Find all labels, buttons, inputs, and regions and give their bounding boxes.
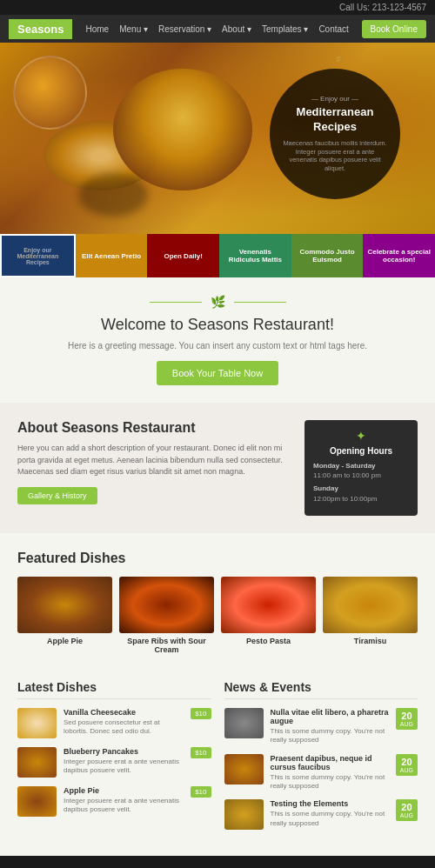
pancakes-thumb	[17, 747, 57, 778]
featured-title: Featured Dishes	[17, 551, 418, 566]
about-description: Here you can add a short description of …	[17, 443, 291, 478]
carousel-item-6[interactable]: Celebrate a special occasion!	[363, 234, 435, 277]
news-desc-3: This is some dummy copy. You're not real…	[271, 810, 389, 828]
opening-hours-card: ✦ Opening Hours Monday - Saturday 11:00 …	[304, 420, 418, 516]
latest-dishes-col: Latest Dishes Vanilla Cheesecake Sed pos…	[17, 680, 211, 839]
apple-price: $10	[191, 786, 211, 798]
dish-spare-ribs-name: Spare Ribs with Sour Cream	[119, 637, 214, 654]
nav-reservation[interactable]: Reservation ▾	[154, 23, 216, 36]
welcome-divider: 🌿	[26, 295, 409, 309]
nav-about[interactable]: About ▾	[218, 23, 256, 36]
hero-shadow	[78, 173, 148, 217]
carousel-item-1[interactable]: Enjoy our Mediterranean Recipes	[0, 234, 76, 277]
news-title: News & Events	[224, 680, 418, 699]
about-text: About Seasons Restaurant Here you can ad…	[17, 420, 291, 516]
cheesecake-desc: Sed posuere consectetur est at lobortis.…	[64, 718, 184, 737]
hero-title: Mediterranean Recipes	[283, 105, 387, 135]
latest-item-2: Blueberry Pancakes Integer posuere erat …	[17, 747, 211, 778]
hero-section: ⸗ — Enjoy our — Mediterranean Recipes Ma…	[0, 43, 435, 234]
featured-section: Featured Dishes Apple Pie Spare Ribs wit…	[0, 533, 435, 671]
nav-home[interactable]: Home	[81, 23, 113, 36]
news-date-2: 20 AUG	[396, 754, 418, 776]
dish-pesto-pasta-name: Pesto Pasta	[221, 637, 316, 645]
book-table-button[interactable]: Book Your Table Now	[157, 361, 278, 385]
carousel-item-3[interactable]: Open Daily!	[147, 234, 219, 277]
nav-menu[interactable]: Menu ▾	[115, 23, 152, 36]
phone-number: 213-123-4567	[372, 3, 426, 12]
card-leaf-icon: ✦	[313, 429, 409, 443]
dish-tiramisu-image	[323, 577, 418, 633]
pancakes-desc: Integer posuere erat a ante venenatis da…	[64, 758, 184, 776]
footer: About us Fusce dapibus, tellus ac cursus…	[0, 856, 435, 868]
nav-logo[interactable]: Seasons	[9, 19, 72, 39]
hero-description: Maecenas faucibus mollis interdum. Integ…	[283, 139, 387, 173]
hero-food-circle	[13, 56, 87, 130]
about-section: About Seasons Restaurant Here you can ad…	[0, 403, 435, 533]
pancakes-price: $10	[191, 747, 211, 758]
news-title-1: Nulla vitae elit libero, a pharetra augu…	[271, 708, 389, 725]
opening-hours-title: Opening Hours	[313, 446, 409, 456]
leaf-icon-left: 🌿	[211, 295, 225, 309]
news-thumb-3	[224, 799, 264, 830]
carousel-item-4[interactable]: Venenatis Ridiculus Mattis	[219, 234, 291, 277]
dish-pesto-pasta-image	[221, 577, 316, 633]
divider-line-left	[150, 302, 202, 303]
welcome-section: 🌿 Welcome to Seasons Restaurant! Here is…	[0, 277, 435, 403]
pancakes-info: Blueberry Pancakes Integer posuere erat …	[64, 747, 184, 776]
call-label: Call Us:	[339, 3, 370, 12]
divider-line-right	[234, 302, 286, 303]
pancakes-name: Blueberry Pancakes	[64, 747, 184, 756]
utensil-decoration: ⸗	[336, 50, 341, 68]
nav-contact[interactable]: Contact	[314, 23, 352, 36]
news-thumb-1	[224, 708, 264, 738]
dish-tiramisu[interactable]: Tiramisu	[323, 577, 418, 654]
book-online-button[interactable]: Book Online	[362, 20, 426, 38]
news-date-3: 20 AUG	[396, 799, 418, 821]
cheesecake-name: Vanilla Cheesecake	[64, 708, 184, 717]
about-title: About Seasons Restaurant	[17, 420, 291, 436]
apple-info: Apple Pie Integer posuere erat a ante ve…	[64, 786, 184, 815]
hero-overlay-circle: — Enjoy our — Mediterranean Recipes Maec…	[270, 69, 400, 199]
apple-desc: Integer posuere erat a ante venenatis da…	[64, 797, 184, 815]
dish-apple-pie-name: Apple Pie	[17, 637, 112, 645]
latest-item-1: Vanilla Cheesecake Sed posuere consectet…	[17, 708, 211, 738]
cheesecake-thumb	[17, 708, 57, 738]
news-desc-1: This is some dummy copy. You're not real…	[271, 727, 389, 745]
nav-templates[interactable]: Templates ▾	[258, 23, 312, 36]
news-info-3: Testing the Elements This is some dummy …	[271, 799, 389, 828]
news-info-2: Praesent dapibus, neque id cursus faucib…	[271, 754, 389, 791]
welcome-title: Welcome to Seasons Restaurant!	[26, 316, 409, 334]
welcome-subtitle: Here is a greeting message. You can inse…	[26, 341, 409, 351]
apple-thumb	[17, 786, 57, 817]
carousel-item-5[interactable]: Commodo Justo Euismod	[291, 234, 364, 277]
dishes-grid: Apple Pie Spare Ribs with Sour Cream Pes…	[17, 577, 418, 654]
hero-soup-bowl	[113, 69, 252, 190]
news-desc-2: This is some dummy copy. You're not real…	[271, 773, 389, 791]
gallery-button[interactable]: Gallery & History	[17, 487, 97, 504]
news-thumb-2	[224, 754, 264, 785]
news-info-1: Nulla vitae elit libero, a pharetra augu…	[271, 708, 389, 745]
news-item-2: Praesent dapibus, neque id cursus faucib…	[224, 754, 418, 791]
dish-tiramisu-name: Tiramisu	[323, 637, 418, 645]
mon-sat-hours: Monday - Saturday 11:00 am to 10:00 pm	[313, 461, 409, 480]
apple-name: Apple Pie	[64, 786, 184, 795]
dish-apple-pie-image	[17, 577, 112, 633]
nav-bar: Seasons Home Menu ▾ Reservation ▾ About …	[0, 15, 435, 43]
news-item-1: Nulla vitae elit libero, a pharetra augu…	[224, 708, 418, 745]
latest-title: Latest Dishes	[17, 680, 211, 699]
carousel-strip: Enjoy our Mediterranean Recipes Elit Aen…	[0, 234, 435, 277]
two-col-section: Latest Dishes Vanilla Cheesecake Sed pos…	[0, 671, 435, 857]
news-title-2: Praesent dapibus, neque id cursus faucib…	[271, 754, 389, 771]
dish-apple-pie[interactable]: Apple Pie	[17, 577, 112, 654]
news-events-col: News & Events Nulla vitae elit libero, a…	[224, 680, 418, 839]
dish-spare-ribs[interactable]: Spare Ribs with Sour Cream	[119, 577, 214, 654]
cheesecake-info: Vanilla Cheesecake Sed posuere consectet…	[64, 708, 184, 737]
top-bar: Call Us: 213-123-4567	[0, 0, 435, 15]
latest-item-3: Apple Pie Integer posuere erat a ante ve…	[17, 786, 211, 817]
dish-pesto-pasta[interactable]: Pesto Pasta	[221, 577, 316, 654]
news-item-3: Testing the Elements This is some dummy …	[224, 799, 418, 830]
news-date-1: 20 AUG	[396, 708, 418, 730]
hero-enjoy-label: — Enjoy our —	[311, 95, 358, 103]
carousel-item-2[interactable]: Elit Aenean Pretio	[76, 234, 148, 277]
nav-links: Home Menu ▾ Reservation ▾ About ▾ Templa…	[81, 23, 361, 36]
